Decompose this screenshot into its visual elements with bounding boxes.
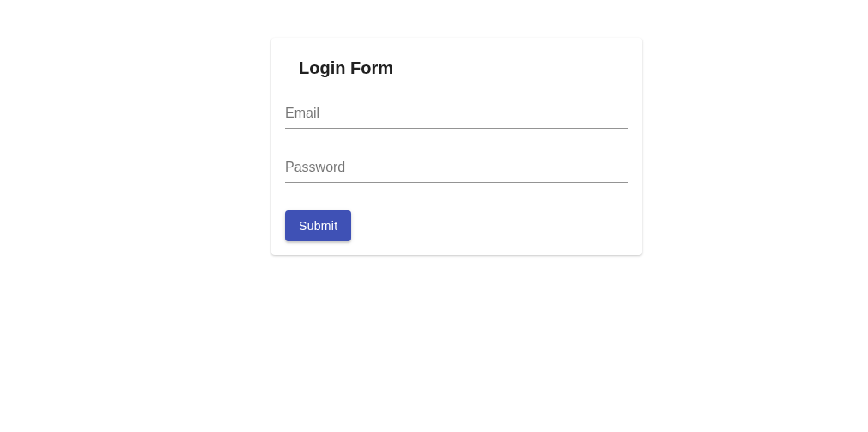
password-field-wrapper: Password — [285, 156, 628, 183]
password-input[interactable] — [285, 156, 628, 183]
submit-button[interactable]: Submit — [285, 210, 351, 241]
login-form-card: Login Form Email Password Submit — [271, 38, 642, 255]
form-title: Login Form — [285, 52, 628, 78]
email-field-wrapper: Email — [285, 102, 628, 129]
email-input[interactable] — [285, 102, 628, 129]
